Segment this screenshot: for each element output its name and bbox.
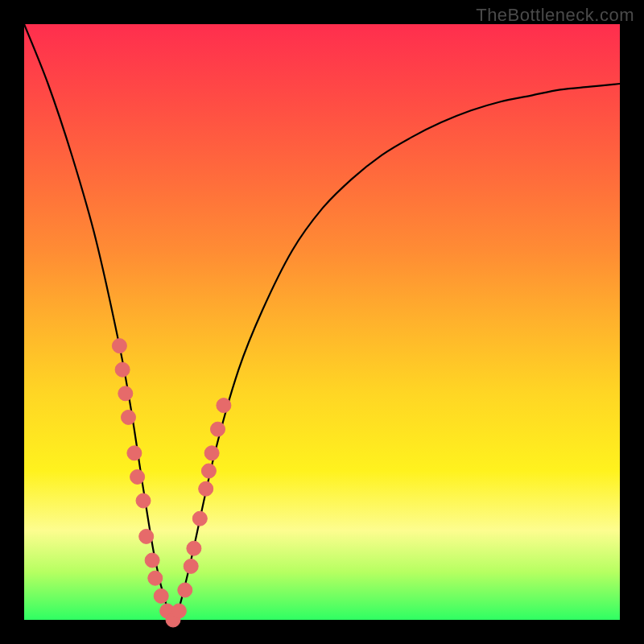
data-marker bbox=[148, 571, 163, 585]
chart-svg bbox=[24, 24, 620, 620]
data-marker bbox=[118, 386, 133, 401]
data-marker bbox=[217, 398, 231, 413]
data-marker bbox=[192, 511, 207, 526]
marker-group bbox=[112, 339, 231, 627]
data-marker bbox=[187, 541, 201, 555]
data-marker bbox=[145, 553, 159, 568]
bottleneck-curve-path bbox=[24, 24, 620, 620]
data-marker bbox=[201, 464, 216, 478]
watermark-text: TheBottleneck.com bbox=[476, 5, 634, 26]
data-marker bbox=[139, 529, 154, 543]
data-marker bbox=[127, 446, 142, 460]
data-marker bbox=[171, 604, 186, 618]
data-marker bbox=[204, 446, 219, 460]
data-marker bbox=[115, 362, 130, 377]
data-marker bbox=[178, 583, 192, 597]
data-marker bbox=[211, 422, 225, 436]
data-marker bbox=[184, 559, 198, 573]
chart-frame: TheBottleneck.com bbox=[0, 0, 644, 644]
data-marker bbox=[112, 339, 126, 353]
plot-area bbox=[24, 24, 620, 620]
data-marker bbox=[199, 481, 213, 496]
data-marker bbox=[154, 588, 168, 603]
data-marker bbox=[122, 410, 136, 424]
data-marker bbox=[136, 493, 151, 508]
data-marker bbox=[130, 469, 145, 484]
